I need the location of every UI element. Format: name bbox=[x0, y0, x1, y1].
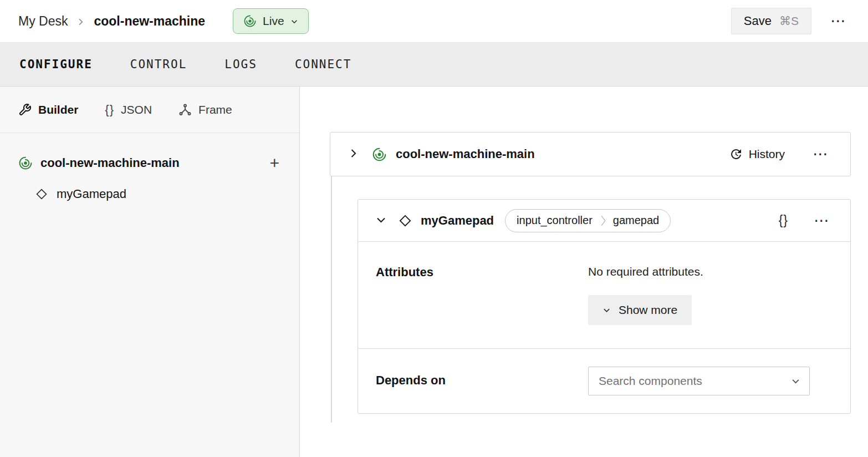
braces-icon: {} bbox=[779, 213, 788, 227]
add-component-button[interactable]: + bbox=[266, 154, 283, 172]
main-panel: cool-new-machine-main History ⋯ bbox=[300, 87, 868, 457]
header-actions: Save ⌘S ⋯ bbox=[731, 8, 851, 34]
component-menu-button[interactable]: ⋯ bbox=[809, 211, 835, 231]
machine-tree: cool-new-machine-main + myGamepad bbox=[0, 133, 299, 210]
sidebar: Builder {} JSON Frame cool-new-machine-m… bbox=[0, 87, 300, 457]
view-tab-json-label: JSON bbox=[121, 103, 152, 116]
expand-machine-button[interactable] bbox=[347, 147, 360, 161]
component-model: gamepad bbox=[606, 214, 670, 227]
view-tab-builder[interactable]: Builder bbox=[18, 101, 78, 119]
live-label: Live bbox=[263, 14, 284, 28]
chevron-down-icon bbox=[603, 306, 611, 314]
component-card-header: myGamepad input_controller gamepad {} ⋯ bbox=[358, 200, 850, 242]
component-type-badge: input_controller gamepad bbox=[505, 209, 671, 232]
tree-component-name: myGamepad bbox=[57, 187, 126, 201]
chevron-right-icon bbox=[348, 148, 359, 160]
chevron-down-icon bbox=[791, 377, 800, 386]
component-type: input_controller bbox=[506, 214, 600, 227]
ellipsis-icon: ⋯ bbox=[814, 212, 830, 229]
view-tab-json[interactable]: {} JSON bbox=[105, 100, 152, 119]
tree-item-component[interactable]: myGamepad bbox=[0, 179, 299, 210]
depends-on-label: Depends on bbox=[376, 367, 588, 395]
history-icon bbox=[729, 148, 742, 161]
depends-on-select[interactable]: Search components bbox=[588, 367, 810, 395]
breadcrumb-root[interactable]: My Desk bbox=[18, 14, 68, 29]
attributes-section: Attributes No required attributes. Show … bbox=[358, 242, 850, 348]
machine-radio-icon bbox=[372, 147, 387, 162]
attributes-label: Attributes bbox=[376, 264, 588, 325]
diamond-icon bbox=[399, 214, 412, 227]
save-label: Save bbox=[744, 14, 772, 28]
live-status-button[interactable]: Live bbox=[233, 8, 309, 34]
show-more-label: Show more bbox=[619, 303, 677, 317]
machine-radio-icon bbox=[18, 156, 33, 170]
live-radio-icon bbox=[243, 14, 257, 28]
content-area: Builder {} JSON Frame cool-new-machine-m… bbox=[0, 87, 868, 457]
machine-card-menu-button[interactable]: ⋯ bbox=[808, 144, 834, 164]
view-tab-builder-label: Builder bbox=[38, 103, 78, 116]
component-card: myGamepad input_controller gamepad {} ⋯ … bbox=[358, 199, 851, 414]
machine-card-title: cool-new-machine-main bbox=[396, 147, 535, 161]
tab-configure[interactable]: CONFIGURE bbox=[18, 54, 94, 74]
depends-on-section: Depends on Search components bbox=[358, 348, 850, 413]
chevron-down-icon bbox=[290, 18, 298, 26]
component-card-title: myGamepad bbox=[421, 214, 494, 228]
diamond-icon bbox=[35, 188, 48, 200]
primary-tabbar: CONFIGURE CONTROL LOGS CONNECT bbox=[0, 43, 868, 87]
show-more-button[interactable]: Show more bbox=[588, 295, 692, 325]
save-button[interactable]: Save ⌘S bbox=[731, 8, 811, 34]
tree-machine-name: cool-new-machine-main bbox=[40, 156, 180, 170]
header-overflow-menu-button[interactable]: ⋯ bbox=[826, 11, 851, 31]
chevron-right-icon bbox=[76, 18, 85, 26]
ellipsis-icon: ⋯ bbox=[830, 12, 847, 29]
chevron-down-icon bbox=[376, 215, 386, 227]
top-header: My Desk cool-new-machine Live Save ⌘S ⋯ bbox=[0, 0, 868, 43]
machine-card: cool-new-machine-main History ⋯ bbox=[330, 132, 851, 176]
chevron-separator-icon bbox=[600, 214, 606, 228]
breadcrumb: My Desk cool-new-machine bbox=[18, 14, 205, 29]
tab-control[interactable]: CONTROL bbox=[129, 54, 188, 74]
tree-item-machine[interactable]: cool-new-machine-main + bbox=[0, 148, 299, 179]
tab-connect[interactable]: CONNECT bbox=[294, 54, 353, 74]
braces-icon: {} bbox=[105, 103, 114, 117]
view-tab-frame-label: Frame bbox=[198, 103, 232, 116]
tools-icon bbox=[18, 103, 32, 116]
view-tabs: Builder {} JSON Frame bbox=[0, 87, 299, 133]
save-shortcut: ⌘S bbox=[779, 14, 799, 28]
history-button[interactable]: History bbox=[726, 147, 788, 161]
tree-connector-line bbox=[331, 176, 332, 423]
attributes-empty-text: No required attributes. bbox=[588, 264, 835, 278]
breadcrumb-current: cool-new-machine bbox=[94, 14, 205, 29]
view-tab-frame[interactable]: Frame bbox=[178, 101, 232, 119]
frame-axes-icon bbox=[178, 103, 192, 116]
depends-on-placeholder: Search components bbox=[599, 374, 702, 388]
ellipsis-icon: ⋯ bbox=[813, 145, 829, 163]
tab-logs[interactable]: LOGS bbox=[223, 54, 258, 74]
collapse-component-button[interactable] bbox=[375, 214, 387, 228]
history-label: History bbox=[749, 148, 785, 161]
component-json-button[interactable]: {} bbox=[774, 211, 793, 230]
